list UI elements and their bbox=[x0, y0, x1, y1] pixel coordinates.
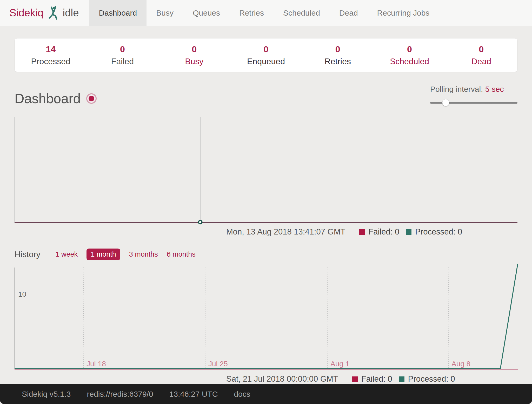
tab-retries[interactable]: Retries bbox=[230, 0, 274, 26]
range-1-month[interactable]: 1 month bbox=[87, 249, 120, 260]
tab-busy[interactable]: Busy bbox=[147, 0, 183, 26]
stat-scheduled[interactable]: 0 Scheduled bbox=[374, 44, 445, 66]
stat-dead[interactable]: 0 Dead bbox=[445, 44, 517, 66]
brand-name: Sidekiq bbox=[9, 7, 43, 19]
page-title: Dashboard bbox=[15, 91, 81, 106]
stat-scheduled-label[interactable]: Scheduled bbox=[374, 57, 445, 66]
footer-server-time: 13:46:27 UTC bbox=[169, 390, 218, 399]
slider-thumb[interactable] bbox=[442, 99, 449, 106]
tab-recurring-jobs[interactable]: Recurring Jobs bbox=[368, 0, 439, 26]
realtime-hover-timestamp: Mon, 13 Aug 2018 13:41:07 GMT bbox=[226, 227, 345, 237]
stat-busy-label[interactable]: Busy bbox=[158, 57, 230, 66]
history-legend: Sat, 21 Jul 2018 00:00:00 GMT Failed: 0 … bbox=[15, 374, 517, 384]
stat-retries-value: 0 bbox=[302, 44, 374, 54]
stat-dead-label[interactable]: Dead bbox=[445, 57, 517, 66]
history-chart[interactable]: 10 Jul 18 Jul 25 Aug 1 Aug 8 bbox=[15, 263, 517, 370]
failed-swatch-icon bbox=[359, 229, 365, 235]
realtime-legend: Mon, 13 Aug 2018 13:41:07 GMT Failed: 0 … bbox=[15, 227, 517, 237]
footer-redis-url: redis://redis:6379/0 bbox=[87, 390, 153, 399]
stat-busy-value: 0 bbox=[158, 44, 230, 54]
stat-busy[interactable]: 0 Busy bbox=[158, 44, 230, 66]
stat-processed-label: Processed bbox=[15, 57, 87, 66]
tab-queues[interactable]: Queues bbox=[183, 0, 230, 26]
x-tick-aug1: Aug 1 bbox=[330, 360, 349, 368]
history-hover-timestamp: Sat, 21 Jul 2018 00:00:00 GMT bbox=[226, 374, 338, 384]
processed-swatch-icon bbox=[399, 376, 404, 382]
polling-value: 5 sec bbox=[485, 85, 504, 93]
tab-scheduled[interactable]: Scheduled bbox=[274, 0, 330, 26]
tab-dead[interactable]: Dead bbox=[330, 0, 368, 26]
stat-enqueued-label: Enqueued bbox=[230, 57, 302, 66]
navbar: Sidekiq idle Dashboard Busy Queues Retri… bbox=[0, 0, 532, 26]
history-title: History bbox=[15, 250, 41, 259]
stat-processed-value: 14 bbox=[15, 44, 87, 54]
polling-label: Polling interval: bbox=[430, 85, 483, 93]
nav-tabs: Dashboard Busy Queues Retries Scheduled … bbox=[89, 0, 439, 26]
stat-enqueued-value: 0 bbox=[230, 44, 302, 54]
polling-interval-slider[interactable] bbox=[430, 99, 517, 106]
realtime-failed-count: Failed: 0 bbox=[368, 227, 399, 237]
live-beacon-icon bbox=[86, 93, 97, 104]
stat-enqueued: 0 Enqueued bbox=[230, 44, 302, 66]
x-tick-jul25: Jul 25 bbox=[208, 360, 228, 368]
history-failed-count: Failed: 0 bbox=[361, 374, 392, 384]
range-1-week[interactable]: 1 week bbox=[56, 250, 78, 258]
sidekiq-ninja-icon bbox=[48, 6, 58, 20]
polling-control: Polling interval: 5 sec bbox=[430, 85, 517, 106]
range-6-months[interactable]: 6 months bbox=[167, 250, 196, 258]
brand[interactable]: Sidekiq idle bbox=[0, 0, 89, 26]
failed-swatch-icon bbox=[352, 376, 358, 382]
processed-swatch-icon bbox=[406, 229, 411, 235]
y-tick-10: 10 bbox=[18, 290, 26, 298]
history-processed-line bbox=[15, 264, 518, 369]
stat-failed-value: 0 bbox=[87, 44, 158, 54]
status-text: idle bbox=[63, 7, 79, 19]
realtime-processed-count: Processed: 0 bbox=[415, 227, 462, 237]
realtime-chart[interactable] bbox=[15, 117, 517, 223]
docs-link[interactable]: docs bbox=[234, 390, 250, 399]
stat-failed: 0 Failed bbox=[87, 44, 158, 66]
stat-failed-label: Failed bbox=[87, 57, 158, 66]
tab-dashboard[interactable]: Dashboard bbox=[89, 0, 147, 26]
footer: Sidekiq v5.1.3 redis://redis:6379/0 13:4… bbox=[0, 384, 532, 404]
stat-scheduled-value: 0 bbox=[374, 44, 445, 54]
history-processed-count: Processed: 0 bbox=[408, 374, 455, 384]
stat-dead-value: 0 bbox=[445, 44, 517, 54]
hover-point-marker bbox=[199, 220, 202, 224]
footer-version: Sidekiq v5.1.3 bbox=[22, 390, 71, 399]
range-3-months[interactable]: 3 months bbox=[129, 250, 158, 258]
stat-processed: 14 Processed bbox=[15, 44, 87, 66]
stat-retries: 0 Retries bbox=[302, 44, 374, 66]
x-tick-jul18: Jul 18 bbox=[87, 360, 106, 368]
stat-retries-label: Retries bbox=[302, 57, 374, 66]
x-tick-aug8: Aug 8 bbox=[451, 360, 470, 368]
stats-summary-bar: 14 Processed 0 Failed 0 Busy 0 Enqueued … bbox=[15, 38, 517, 72]
